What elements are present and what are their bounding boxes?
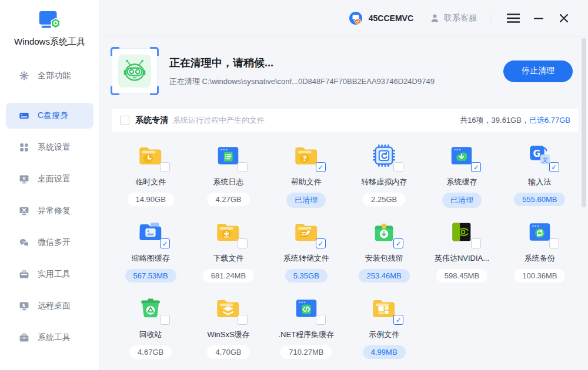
item-size-badge: 4.67GB bbox=[129, 345, 172, 359]
sidebar-item-label: 实用工具 bbox=[38, 269, 71, 280]
item-name: WinSxS缓存 bbox=[207, 329, 249, 340]
item-size-badge: 已清理 bbox=[442, 193, 482, 208]
summary-stats: 共16项，39.61GB，已选6.77GB bbox=[460, 115, 570, 126]
sidebar-item-label: 系统工具 bbox=[38, 332, 71, 343]
item-size-badge: 253.46MB bbox=[359, 269, 410, 282]
item-checkbox[interactable] bbox=[238, 315, 248, 325]
item-size-badge: 4.70GB bbox=[207, 345, 249, 359]
item-checkbox[interactable] bbox=[238, 238, 248, 248]
item-size-badge: 已清理 bbox=[286, 193, 326, 208]
item-checkbox[interactable] bbox=[549, 238, 559, 248]
item-name: 回收站 bbox=[139, 329, 162, 340]
item-checkbox[interactable] bbox=[160, 238, 170, 248]
item-checkbox[interactable] bbox=[160, 315, 170, 325]
cleaner-item-system-backup[interactable]: 系统备份 100.36MB bbox=[501, 211, 579, 287]
scrollbar-thumb[interactable] bbox=[582, 38, 586, 207]
total-count: 共16项，39.61GB， bbox=[460, 116, 529, 125]
item-checkbox[interactable] bbox=[238, 162, 248, 172]
cleaner-item-nvidia-cache[interactable]: 英伟达NVIDIA... 598.45MB bbox=[423, 211, 500, 287]
cleaner-item-input-method[interactable]: G文 输入法 555.60MB bbox=[501, 134, 579, 211]
item-name: 系统转储文件 bbox=[283, 253, 329, 264]
sidebar-item-label: 异常修复 bbox=[38, 206, 71, 216]
item-checkbox[interactable] bbox=[316, 238, 326, 248]
svg-text:G: G bbox=[533, 149, 540, 159]
cleaner-item-thumbnail-cache[interactable]: 缩略图缓存 567.53MB bbox=[112, 211, 189, 287]
menu-button[interactable] bbox=[505, 9, 522, 27]
sidebar-item-system-settings[interactable]: 系统设置 bbox=[6, 134, 93, 160]
stop-cleaning-button[interactable]: 停止清理 bbox=[503, 60, 573, 82]
sidebar-item-error-repair[interactable]: 异常修复 bbox=[6, 198, 93, 224]
sidebar: Windows系统工具 全部功能 C盘瘦身 系统设置 桌面设置 异常修复 微信多… bbox=[0, 0, 100, 370]
toolbox-icon bbox=[19, 269, 29, 280]
topbar: 45CCEMVC 联系客服 bbox=[100, 0, 588, 36]
cleaner-item-system-logs[interactable]: 系统日志 4.27GB bbox=[189, 134, 267, 211]
app-logo-icon bbox=[36, 9, 64, 34]
close-button[interactable] bbox=[555, 9, 573, 27]
item-checkbox[interactable] bbox=[393, 162, 403, 172]
cleaning-header: 正在清理中，请稍候... 正在清理 C:\windows\sysnative\c… bbox=[112, 48, 579, 94]
item-name: 转移虚拟内存 bbox=[361, 177, 407, 187]
sidebar-item-remote-desktop[interactable]: 远程桌面 bbox=[6, 293, 93, 319]
item-checkbox[interactable] bbox=[549, 162, 559, 172]
topbar-divider bbox=[490, 12, 490, 25]
person-icon bbox=[430, 13, 440, 23]
item-name: 系统日志 bbox=[213, 177, 243, 187]
drive-icon bbox=[19, 110, 29, 121]
support-label: 联系客服 bbox=[444, 13, 477, 23]
sidebar-item-utility-tools[interactable]: 实用工具 bbox=[6, 261, 93, 287]
cleaning-path: 正在清理 C:\windows\sysnative\conf...0D848F7… bbox=[169, 76, 503, 87]
item-name: 示例文件 bbox=[369, 329, 399, 340]
app-title: Windows系统工具 bbox=[14, 36, 85, 48]
filter-bar: 系统专清 系统运行过程中产生的文件 共16项，39.61GB，已选6.77GB bbox=[112, 109, 579, 132]
minimize-icon bbox=[534, 14, 543, 23]
account-button[interactable]: 45CCEMVC bbox=[348, 11, 413, 26]
repair-icon bbox=[19, 206, 29, 216]
item-checkbox[interactable] bbox=[471, 238, 481, 248]
sidebar-item-label: C盘瘦身 bbox=[38, 110, 68, 121]
item-checkbox[interactable] bbox=[393, 315, 403, 325]
cleaner-item-recycle-bin[interactable]: 回收站 4.67GB bbox=[112, 287, 189, 364]
svg-text:?: ? bbox=[302, 154, 306, 163]
sidebar-item-c-drive-slim[interactable]: C盘瘦身 bbox=[6, 103, 93, 129]
item-size-badge: 555.60MB bbox=[514, 193, 565, 206]
sidebar-item-wechat-multi[interactable]: 微信多开 bbox=[6, 230, 93, 255]
item-name: 帮助文件 bbox=[291, 177, 322, 187]
cleaner-item-virtual-memory[interactable]: 转移虚拟内存 2.25GB bbox=[345, 134, 423, 211]
cleaner-item-download-files[interactable]: 下载文件 681.24MB bbox=[189, 211, 267, 287]
item-name: 英伟达NVIDIA... bbox=[435, 253, 489, 264]
cleaner-item-winsxs-cache[interactable]: WinSxS缓存 4.70GB bbox=[189, 287, 267, 364]
gear-icon bbox=[19, 70, 29, 81]
cleaner-item-system-dump[interactable]: 系统转储文件 5.35GB bbox=[268, 211, 345, 287]
minimize-button[interactable] bbox=[530, 9, 547, 27]
item-checkbox[interactable] bbox=[160, 162, 170, 172]
contact-support-button[interactable]: 联系客服 bbox=[430, 13, 477, 23]
sidebar-item-desktop-settings[interactable]: 桌面设置 bbox=[6, 166, 93, 192]
desktop-settings-icon bbox=[19, 174, 29, 184]
cleaner-item-temp-files[interactable]: 临时文件 14.90GB bbox=[112, 134, 189, 211]
item-checkbox[interactable] bbox=[393, 238, 403, 248]
cleaner-item-help-files[interactable]: ? 帮助文件 已清理 bbox=[268, 134, 345, 211]
cleaner-item-sample-files[interactable]: 示例文件 4.99MB bbox=[345, 287, 423, 364]
item-name: 系统备份 bbox=[524, 253, 555, 264]
sidebar-item-system-tools[interactable]: 系统工具 bbox=[6, 325, 93, 351]
grid-icon bbox=[19, 142, 29, 153]
sidebar-item-label: 微信多开 bbox=[38, 237, 71, 248]
cleaner-item-system-cache[interactable]: 系统缓存 已清理 bbox=[423, 134, 500, 211]
item-size-badge: 100.36MB bbox=[514, 269, 565, 282]
item-checkbox[interactable] bbox=[316, 315, 326, 325]
item-size-badge: 4.27GB bbox=[207, 193, 249, 206]
item-checkbox[interactable] bbox=[471, 162, 481, 172]
sidebar-item-all-features[interactable]: 全部功能 bbox=[6, 63, 93, 89]
cleaner-item-installer-residue[interactable]: 安装包残留 253.46MB bbox=[345, 211, 423, 287]
item-checkbox[interactable] bbox=[316, 162, 326, 172]
item-size-badge: 4.99MB bbox=[363, 345, 406, 359]
item-name: 下载文件 bbox=[213, 253, 243, 264]
cleaner-item-dotnet-cache[interactable]: .NET程序集缓存 710.27MB bbox=[268, 287, 345, 364]
system-clean-checkbox[interactable] bbox=[120, 116, 129, 125]
item-size-badge: 567.53MB bbox=[125, 269, 176, 282]
item-size-badge: 710.27MB bbox=[280, 345, 332, 359]
cleaning-status-text: 正在清理中，请稍候... 正在清理 C:\windows\sysnative\c… bbox=[169, 56, 503, 87]
sidebar-item-label: 桌面设置 bbox=[38, 174, 71, 184]
system-clean-desc: 系统运行过程中产生的文件 bbox=[173, 115, 265, 126]
main-area: 45CCEMVC 联系客服 bbox=[100, 0, 588, 370]
